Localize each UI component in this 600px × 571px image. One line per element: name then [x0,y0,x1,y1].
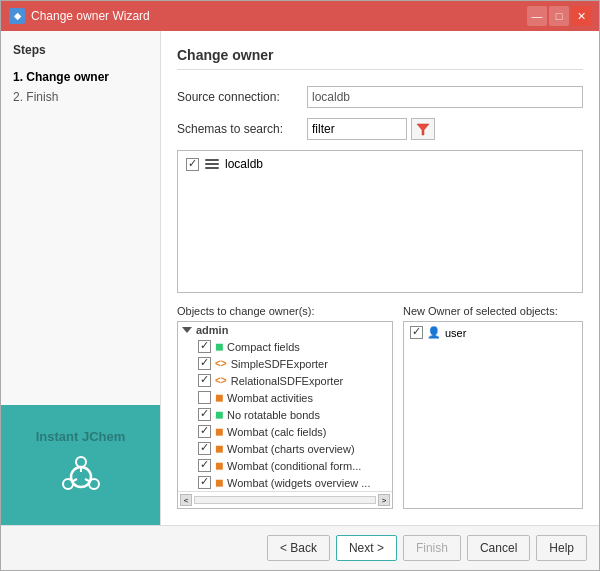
app-icon: ◆ [9,8,25,24]
obj-label-2: RelationalSDFExporter [231,375,344,387]
svg-marker-9 [417,124,429,135]
brand-label: Instant JChem [36,429,126,444]
user-icon-0: 👤 [427,326,441,339]
sidebar: Steps 1. Change owner 2. Finish Instant … [1,31,161,525]
minimize-button[interactable]: — [527,6,547,26]
obj-item-2: <> RelationalSDFExporter [178,372,392,389]
obj-label-0: Compact fields [227,341,300,353]
source-connection-label: Source connection: [177,90,307,104]
obj-icon-6: ◼ [215,443,223,454]
obj-item-7: ◼ Wombat (conditional form... [178,457,392,474]
obj-checkbox-2[interactable] [198,374,211,387]
brand-panel: Instant JChem [1,405,160,525]
owner-item-0: 👤 user [406,324,580,341]
window-title: Change owner Wizard [31,9,150,23]
filter-row [307,118,435,140]
obj-checkbox-0[interactable] [198,340,211,353]
obj-icon-8: ◼ [215,477,223,488]
obj-checkbox-8[interactable] [198,476,211,489]
scroll-right[interactable]: > [378,494,390,506]
step-1-number: 1. [13,70,23,84]
horiz-scrollbar[interactable]: < > [178,491,392,508]
new-owner-title: New Owner of selected objects: [403,305,583,317]
obj-label-6: Wombat (charts overview) [227,443,355,455]
back-button[interactable]: < Back [267,535,330,561]
scroll-track[interactable] [194,496,376,504]
step-2-number: 2. [13,90,23,104]
svg-line-7 [85,479,89,481]
obj-checkbox-1[interactable] [198,357,211,370]
step-1: 1. Change owner [13,67,148,87]
obj-label-8: Wombat (widgets overview ... [227,477,370,489]
obj-label-3: Wombat activities [227,392,313,404]
svg-point-4 [89,479,99,489]
owner-checkbox-0[interactable] [410,326,423,339]
step-2: 2. Finish [13,87,148,107]
help-button[interactable]: Help [536,535,587,561]
schema-checkbox-localdb[interactable] [186,158,199,171]
main-window: ◆ Change owner Wizard — □ ✕ Steps 1. Cha… [0,0,600,571]
obj-checkbox-4[interactable] [198,408,211,421]
title-bar: ◆ Change owner Wizard — □ ✕ [1,1,599,31]
svg-marker-10 [182,327,192,333]
bottom-section: Objects to change owner(s): admin ◼ Comp… [177,305,583,509]
footer: < Back Next > Finish Cancel Help [1,525,599,570]
obj-icon-7: ◼ [215,460,223,471]
obj-checkbox-3[interactable] [198,391,211,404]
obj-item-5: ◼ Wombat (calc fields) [178,423,392,440]
obj-item-0: ◼ Compact fields [178,338,392,355]
objects-title: Objects to change owner(s): [177,305,393,317]
filter-button[interactable] [411,118,435,140]
steps-panel: Steps 1. Change owner 2. Finish [1,31,160,405]
objects-group-header: admin [178,322,392,338]
filter-input[interactable] [307,118,407,140]
owner-label-0: user [445,327,466,339]
obj-icon-4: ◼ [215,409,223,420]
title-bar-controls: — □ ✕ [527,6,591,26]
obj-label-1: SimpleSDFExporter [231,358,328,370]
scroll-left[interactable]: < [180,494,192,506]
svg-point-5 [63,479,73,489]
obj-item-4: ◼ No rotatable bonds [178,406,392,423]
filter-icon [416,122,430,136]
close-button[interactable]: ✕ [571,6,591,26]
schema-item-localdb: localdb [182,155,578,173]
owner-list[interactable]: 👤 user [403,321,583,509]
obj-checkbox-7[interactable] [198,459,211,472]
objects-group-name: admin [196,324,228,336]
svg-line-8 [73,479,77,481]
obj-label-7: Wombat (conditional form... [227,460,361,472]
obj-icon-3: ◼ [215,392,223,403]
obj-item-3: ◼ Wombat activities [178,389,392,406]
source-connection-row: Source connection: [177,86,583,108]
step-2-label: Finish [26,90,58,104]
brand-icon [56,452,106,502]
obj-label-4: No rotatable bonds [227,409,320,421]
owner-panel: New Owner of selected objects: 👤 user [403,305,583,509]
obj-icon-0: ◼ [215,341,223,352]
obj-item-6: ◼ Wombat (charts overview) [178,440,392,457]
steps-title: Steps [13,43,148,57]
next-button[interactable]: Next > [336,535,397,561]
obj-checkbox-6[interactable] [198,442,211,455]
svg-text:◆: ◆ [13,11,22,21]
schemas-list[interactable]: localdb [177,150,583,293]
step-1-label: Change owner [26,70,109,84]
obj-item-1: <> SimpleSDFExporter [178,355,392,372]
obj-checkbox-5[interactable] [198,425,211,438]
cancel-button[interactable]: Cancel [467,535,530,561]
objects-panel: Objects to change owner(s): admin ◼ Comp… [177,305,393,509]
main-panel: Change owner Source connection: Schemas … [161,31,599,525]
objects-list[interactable]: admin ◼ Compact fields <> SimpleSDFExpor… [177,321,393,509]
obj-item-8: ◼ Wombat (widgets overview ... [178,474,392,491]
expand-icon [182,325,192,335]
obj-icon-2: <> [215,375,227,386]
finish-button[interactable]: Finish [403,535,461,561]
maximize-button[interactable]: □ [549,6,569,26]
panel-title: Change owner [177,47,583,70]
schema-name-localdb: localdb [225,157,263,171]
title-bar-left: ◆ Change owner Wizard [9,8,150,24]
obj-label-5: Wombat (calc fields) [227,426,326,438]
db-icon [205,159,219,169]
source-connection-input[interactable] [307,86,583,108]
